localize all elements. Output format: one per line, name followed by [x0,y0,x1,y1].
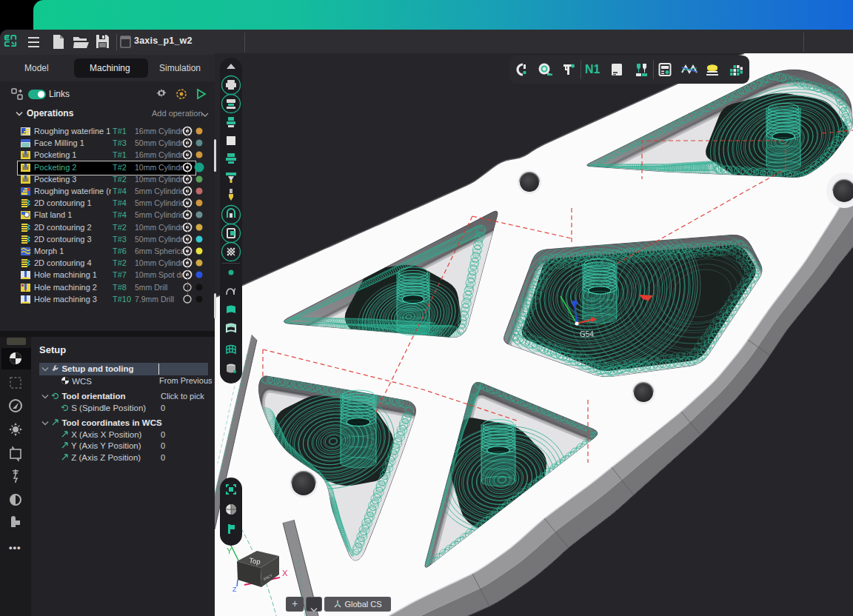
svg-text:X: X [282,569,288,578]
svg-text:N1: N1 [585,63,601,76]
svg-text:Z: Z [233,586,237,593]
svg-text:G54: G54 [580,330,594,338]
svg-text:Y: Y [227,546,233,555]
svg-text:Top: Top [249,556,261,566]
